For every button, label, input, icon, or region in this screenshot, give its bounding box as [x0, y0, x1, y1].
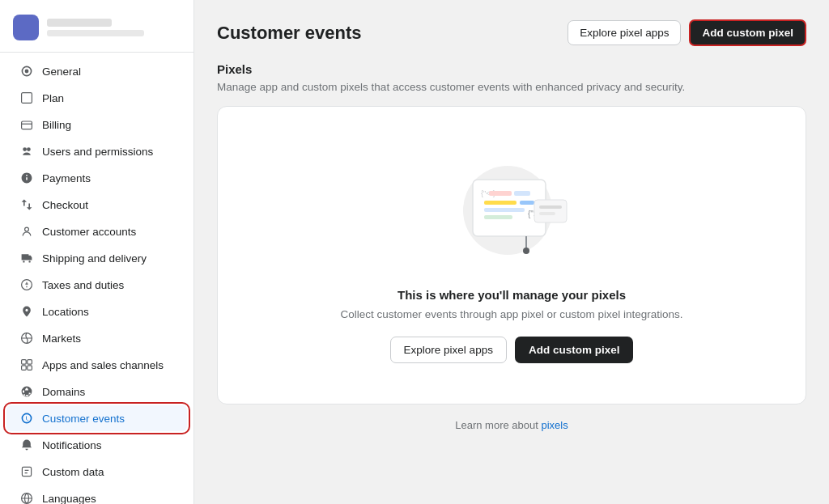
- sidebar-item-markets[interactable]: Markets: [6, 325, 187, 351]
- sidebar-item-customer-accounts[interactable]: Customer accounts: [6, 218, 187, 244]
- sidebar-item-apps-channels[interactable]: Apps and sales channels: [6, 352, 187, 378]
- sidebar-item-label-notifications: Notifications: [42, 439, 102, 451]
- store-email: [47, 30, 144, 36]
- payments-icon: [19, 171, 34, 185]
- page-header: Customer events Explore pixel apps Add c…: [217, 19, 806, 46]
- sidebar-item-users[interactable]: Users and permissions: [6, 138, 187, 164]
- sidebar-item-shipping[interactable]: Shipping and delivery: [6, 245, 187, 271]
- customer-events-icon: [19, 411, 34, 426]
- svg-rect-25: [539, 205, 562, 209]
- sidebar-item-label-users: Users and permissions: [42, 146, 153, 158]
- page-title: Customer events: [217, 23, 362, 44]
- general-icon: [19, 64, 34, 78]
- sidebar: GeneralPlanBillingUsers and permissionsP…: [0, 0, 194, 504]
- section-description: Manage app and custom pixels that access…: [217, 81, 806, 93]
- learn-more-text: Learn more about: [455, 419, 541, 431]
- svg-point-2: [25, 227, 29, 231]
- svg-point-3: [22, 280, 32, 290]
- empty-state-description: Collect customer events through app pixe…: [340, 308, 682, 320]
- taxes-icon: [19, 277, 34, 292]
- sidebar-item-label-languages: Languages: [42, 493, 96, 505]
- svg-rect-7: [22, 366, 27, 371]
- sidebar-item-taxes[interactable]: Taxes and duties: [6, 272, 187, 298]
- svg-rect-9: [22, 467, 31, 476]
- languages-icon: [19, 491, 34, 504]
- users-icon: [19, 144, 34, 159]
- custom-data-icon: [19, 464, 34, 479]
- svg-point-23: [523, 248, 529, 254]
- sidebar-item-label-plan: Plan: [42, 92, 64, 104]
- sidebar-item-languages[interactable]: Languages: [6, 485, 187, 504]
- pixels-illustration: {"<"} {">"}: [439, 155, 585, 269]
- sidebar-item-label-apps-channels: Apps and sales channels: [42, 359, 164, 371]
- svg-rect-16: [514, 191, 530, 196]
- sidebar-item-billing[interactable]: Billing: [6, 112, 187, 138]
- main-content: Customer events Explore pixel apps Add c…: [194, 0, 829, 504]
- sidebar-item-label-general: General: [42, 66, 81, 78]
- section-label: Pixels: [217, 62, 806, 76]
- sidebar-item-label-checkout: Checkout: [42, 199, 88, 211]
- svg-rect-18: [520, 201, 534, 205]
- sidebar-item-payments[interactable]: Payments: [6, 165, 187, 191]
- add-custom-pixel-button[interactable]: Add custom pixel: [689, 19, 806, 46]
- nav-list: GeneralPlanBillingUsers and permissionsP…: [0, 57, 193, 504]
- sidebar-item-label-billing: Billing: [42, 119, 71, 131]
- apps-channels-icon: [19, 358, 34, 372]
- empty-state-title: This is where you'll manage your pixels: [397, 288, 626, 302]
- sidebar-item-custom-data[interactable]: Custom data: [6, 459, 187, 485]
- card-explore-button[interactable]: Explore pixel apps: [390, 337, 507, 363]
- sidebar-item-label-customer-events: Customer events: [42, 413, 125, 425]
- sidebar-item-checkout[interactable]: Checkout: [6, 192, 187, 218]
- header-actions: Explore pixel apps Add custom pixel: [568, 19, 806, 46]
- pixels-section: Pixels Manage app and custom pixels that…: [217, 62, 806, 404]
- svg-rect-24: [534, 200, 567, 222]
- pixels-link[interactable]: pixels: [541, 419, 568, 431]
- pixels-empty-card: {"<"} {">"}: [217, 106, 806, 404]
- sidebar-item-general[interactable]: General: [6, 58, 187, 84]
- svg-rect-17: [484, 201, 517, 205]
- svg-rect-15: [489, 191, 512, 196]
- sidebar-item-label-locations: Locations: [42, 306, 89, 318]
- svg-rect-19: [484, 208, 525, 212]
- store-name: [47, 19, 112, 27]
- sidebar-item-customer-events[interactable]: Customer events: [6, 405, 187, 431]
- sidebar-item-label-domains: Domains: [42, 386, 85, 398]
- store-avatar: [13, 15, 39, 40]
- svg-rect-26: [539, 212, 555, 215]
- sidebar-item-plan[interactable]: Plan: [6, 85, 187, 111]
- customer-accounts-icon: [19, 224, 34, 239]
- svg-rect-0: [22, 93, 32, 104]
- sidebar-item-label-customer-accounts: Customer accounts: [42, 226, 136, 238]
- card-add-button[interactable]: Add custom pixel: [515, 337, 634, 363]
- sidebar-item-locations[interactable]: Locations: [6, 299, 187, 324]
- svg-rect-6: [28, 360, 32, 365]
- checkout-icon: [19, 197, 34, 212]
- plan-icon: [19, 91, 34, 105]
- notifications-icon: [19, 438, 34, 452]
- svg-rect-21: [484, 215, 512, 219]
- store-info: [47, 19, 144, 36]
- svg-rect-1: [22, 121, 32, 129]
- explore-pixel-apps-button[interactable]: Explore pixel apps: [568, 20, 681, 45]
- svg-rect-5: [22, 360, 27, 365]
- store-header: [0, 6, 193, 53]
- sidebar-item-label-markets: Markets: [42, 332, 81, 345]
- sidebar-item-label-shipping: Shipping and delivery: [42, 252, 147, 265]
- svg-rect-8: [28, 366, 32, 371]
- domains-icon: [19, 384, 34, 399]
- markets-icon: [19, 331, 34, 345]
- locations-icon: [19, 304, 34, 319]
- sidebar-item-label-custom-data: Custom data: [42, 466, 104, 478]
- learn-more: Learn more about pixels: [217, 419, 806, 431]
- sidebar-item-notifications[interactable]: Notifications: [6, 432, 187, 458]
- shipping-icon: [19, 251, 34, 265]
- card-actions: Explore pixel apps Add custom pixel: [390, 337, 634, 363]
- sidebar-item-label-taxes: Taxes and duties: [42, 279, 124, 291]
- sidebar-item-label-payments: Payments: [42, 172, 91, 184]
- sidebar-item-domains[interactable]: Domains: [6, 379, 187, 404]
- billing-icon: [19, 117, 34, 132]
